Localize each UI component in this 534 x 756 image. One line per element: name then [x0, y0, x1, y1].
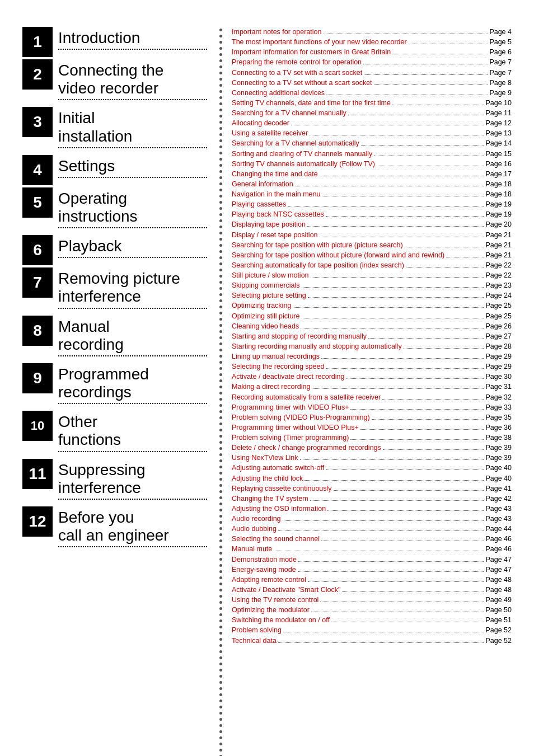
dot — [219, 404, 222, 407]
toc-entry-dots-39 — [372, 419, 484, 420]
toc-entry-page-55: Page 48 — [485, 575, 512, 585]
dot — [219, 226, 222, 228]
dot — [219, 47, 222, 50]
toc-entry-5: Connecting to a TV set with a scart sock… — [232, 68, 512, 78]
chapter-item-5: 5Operatinginstructions — [22, 187, 207, 233]
toc-entry-page-3: Page 6 — [489, 47, 512, 57]
dot — [219, 275, 222, 278]
toc-entry-title-59: Switching the modulator on / off — [232, 615, 330, 625]
chapter-title-5: Operatinginstructions — [58, 190, 207, 226]
dot — [219, 527, 222, 530]
chapter-dots-6 — [58, 257, 207, 258]
toc-entry-title-17: Navigation in the main menu — [232, 189, 320, 199]
toc-entry-dots-13 — [374, 156, 484, 156]
chapters-column: 1Introduction2Connecting thevideo record… — [22, 27, 213, 756]
toc-entry-50: Audio dubbingPage 44 — [232, 524, 512, 534]
dot — [219, 724, 222, 727]
toc-entry-title-34: Selecting the recording speed — [232, 361, 324, 372]
dot — [219, 687, 222, 690]
toc-entry-17: Navigation in the main menuPage 18 — [232, 189, 512, 199]
toc-entry-57: Using the TV remote controlPage 49 — [232, 595, 512, 605]
dot — [219, 90, 222, 93]
toc-entry-page-10: Page 12 — [485, 118, 512, 128]
toc-entry-dots-28 — [293, 307, 484, 308]
toc-entry-6: Connecting to a TV set without a scart s… — [232, 78, 512, 88]
chapter-title-area-12: Before youcall an engineer — [58, 506, 207, 552]
toc-entry-22: Searching for tape position with picture… — [232, 240, 512, 250]
toc-entry-55: Adapting remote controlPage 48 — [232, 575, 512, 585]
toc-entry-dots-51 — [321, 541, 484, 541]
toc-entry-title-46: Replaying cassette continuously — [232, 483, 332, 494]
chapter-number-3: 3 — [22, 107, 53, 137]
toc-entry-page-60: Page 52 — [485, 625, 512, 635]
toc-entry-title-32: Starting recording manually and stopping… — [232, 341, 402, 351]
dot — [219, 539, 222, 542]
chapter-item-2: 2Connecting thevideo recorder — [22, 59, 207, 105]
toc-entry-title-40: Programming timer without VIDEO Plus+ — [232, 422, 359, 433]
toc-entry-39: Problem solving (VIDEO Plus-Programming)… — [232, 412, 512, 422]
dot — [219, 158, 222, 161]
dot — [219, 145, 222, 148]
toc-entry-title-45: Adjusting the child lock — [232, 473, 303, 483]
dot — [219, 681, 222, 684]
toc-entry-dots-52 — [274, 551, 484, 551]
dot — [219, 312, 222, 314]
dot — [219, 490, 222, 493]
toc-entry-dots-8 — [392, 105, 484, 105]
dot — [219, 435, 222, 438]
toc-entry-7: Connecting additional devicesPage 9 — [232, 88, 512, 98]
toc-entry-36: Making a direct recordingPage 31 — [232, 382, 512, 392]
chapter-title-area-10: Otherfunctions — [58, 411, 207, 456]
toc-entry-dots-7 — [326, 95, 488, 95]
dot — [219, 367, 222, 370]
toc-entry-title-30: Cleaning video heads — [232, 321, 299, 331]
toc-entry-54: Energy-saving modePage 47 — [232, 565, 512, 575]
dot — [219, 447, 222, 450]
toc-entry-44: Adjusting automatic switch-offPage 40 — [232, 463, 512, 473]
dot — [219, 287, 222, 290]
dot — [219, 281, 222, 284]
toc-entry-title-54: Energy-saving mode — [232, 565, 296, 575]
toc-entry-title-24: Searching automatically for tape positio… — [232, 260, 404, 270]
toc-entry-title-22: Searching for tape position with picture… — [232, 240, 403, 250]
toc-entry-dots-55 — [308, 581, 484, 582]
dot — [219, 152, 222, 154]
dot — [219, 472, 222, 475]
toc-entry-title-55: Adapting remote control — [232, 575, 306, 585]
toc-entry-dots-61 — [278, 642, 484, 643]
toc-entry-title-9: Searching for a TV channel manually — [232, 108, 346, 118]
toc-entry-title-35: Activate / deactivate direct recording — [232, 372, 345, 382]
toc-entry-16: General informationPage 18 — [232, 179, 512, 189]
chapter-number-2: 2 — [22, 59, 53, 90]
dot — [219, 65, 222, 68]
toc-entry-page-30: Page 26 — [485, 321, 512, 331]
toc-entry-page-50: Page 44 — [485, 524, 512, 534]
toc-entry-page-20: Page 20 — [485, 219, 512, 229]
dot — [219, 306, 222, 308]
toc-entry-dots-23 — [446, 257, 484, 257]
toc-entry-dots-44 — [326, 469, 484, 470]
toc-entry-dots-22 — [405, 247, 484, 247]
toc-entry-page-7: Page 9 — [489, 88, 512, 98]
toc-entry-dots-47 — [310, 500, 484, 501]
toc-entry-page-17: Page 18 — [485, 189, 512, 199]
toc-entry-dots-38 — [350, 409, 484, 410]
toc-entry-dots-35 — [346, 378, 484, 379]
dot — [219, 743, 222, 745]
dot — [219, 293, 222, 296]
dot — [219, 410, 222, 413]
toc-entry-51: Selecting the sound channelPage 46 — [232, 534, 512, 544]
dot — [219, 570, 222, 573]
dot — [219, 170, 222, 173]
dot — [219, 244, 222, 247]
dot — [219, 466, 222, 468]
toc-entry-dots-46 — [334, 490, 484, 491]
dot — [219, 552, 222, 555]
chapter-dots-4 — [58, 177, 207, 178]
toc-entry-page-42: Page 39 — [485, 443, 512, 453]
toc-entry-29: Optimizing still picturePage 25 — [232, 311, 512, 321]
toc-entry-48: Adjusting the OSD informationPage 43 — [232, 504, 512, 514]
toc-entry-page-34: Page 29 — [485, 361, 512, 372]
chapter-title-area-6: Playback — [58, 235, 207, 262]
toc-entry-title-25: Still picture / slow motion — [232, 270, 309, 280]
